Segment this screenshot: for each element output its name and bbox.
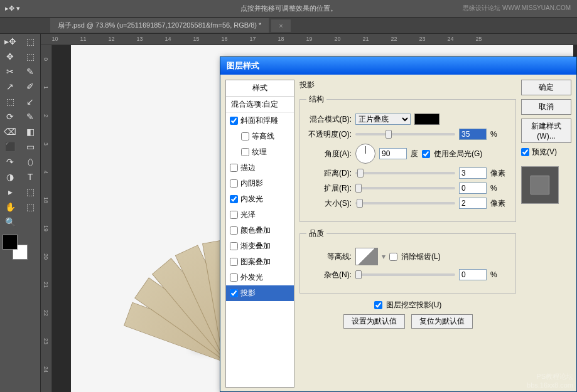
tool-8[interactable]: ⬚ (0, 94, 20, 109)
opacity-input[interactable] (459, 129, 487, 140)
preview-box (521, 166, 559, 204)
distance-slider[interactable] (355, 172, 455, 174)
angle-dial[interactable] (355, 144, 375, 164)
tool-16[interactable]: ↷ (0, 154, 20, 169)
tool-3[interactable]: ⬚ (20, 49, 40, 64)
style-item-7[interactable]: 颜色叠加 (226, 223, 294, 238)
watermark: PS教程论坛 bbs.16xx8.com (527, 372, 573, 389)
opacity-slider[interactable] (355, 133, 455, 135)
style-item-3[interactable]: 描边 (226, 160, 294, 176)
noise-label: 杂色(N): (306, 270, 352, 280)
size-unit: 像素 (490, 198, 509, 209)
tool-7[interactable]: ✐ (20, 79, 40, 94)
ok-button[interactable]: 确定 (521, 80, 571, 95)
style-header[interactable]: 样式 (226, 80, 294, 97)
style-list: 样式 混合选项:自定 斜面和浮雕等高线纹理描边内阴影内发光光泽颜色叠加渐变叠加图… (225, 80, 294, 388)
distance-input[interactable] (459, 167, 487, 179)
tool-17[interactable]: ⬯ (20, 154, 40, 169)
style-label-4: 内阴影 (240, 178, 263, 189)
ruler-vertical: 0123418192021222324 (41, 45, 52, 392)
style-label-8: 渐变叠加 (240, 241, 271, 252)
tool-13[interactable]: ◧ (20, 124, 40, 139)
drop-shadow-panel: 投影 结构 混合模式(B): 正片叠底 不透明度(O): % 角度(A): (299, 80, 516, 388)
blend-mode-select[interactable]: 正片叠底 (355, 114, 411, 125)
style-checkbox-1[interactable] (241, 132, 249, 140)
tool-19[interactable]: T (20, 169, 40, 184)
angle-label: 角度(A): (306, 149, 352, 159)
noise-input[interactable] (459, 269, 487, 280)
angle-unit: 度 (411, 149, 418, 159)
tool-5[interactable]: ✎ (20, 64, 40, 79)
style-item-4[interactable]: 内阴影 (226, 176, 294, 191)
global-light-checkbox[interactable] (422, 150, 430, 158)
move-tool-indicator[interactable]: ▸✥ ▾ (5, 4, 20, 13)
tool-2[interactable]: ✥ (0, 49, 20, 64)
spread-slider[interactable] (355, 187, 455, 189)
document-tab[interactable]: 扇子.psd @ 73.8% (u=2511691857,1207205581&… (50, 18, 269, 33)
tool-12[interactable]: ⌫ (0, 124, 20, 139)
style-item-1[interactable]: 等高线 (226, 129, 294, 144)
tool-4[interactable]: ✂ (0, 64, 20, 79)
spread-label: 扩展(R): (306, 183, 352, 194)
tool-6[interactable]: ↗ (0, 79, 20, 94)
style-checkbox-9[interactable] (230, 258, 238, 266)
style-item-2[interactable]: 纹理 (226, 144, 294, 160)
quality-legend: 品质 (306, 228, 326, 239)
panel-title: 投影 (299, 80, 516, 90)
style-checkbox-6[interactable] (230, 211, 238, 219)
tool-20[interactable]: ▸ (0, 184, 20, 199)
toolbox: ▸✥⬚✥⬚✂✎↗✐⬚↙⟳✎⌫◧⬛▭↷⬯◑T▸⬚✋⬚🔍 (0, 34, 41, 392)
tool-18[interactable]: ◑ (0, 169, 20, 184)
contour-picker[interactable] (355, 248, 378, 265)
style-item-8[interactable]: 渐变叠加 (226, 238, 294, 254)
color-swatch[interactable] (414, 114, 439, 125)
style-checkbox-4[interactable] (230, 179, 238, 188)
style-item-6[interactable]: 光泽 (226, 207, 294, 223)
spread-input[interactable] (459, 183, 487, 194)
tool-22[interactable]: ✋ (0, 199, 20, 215)
knockout-checkbox[interactable] (374, 301, 382, 309)
contour-label: 等高线: (306, 252, 352, 262)
tool-14[interactable]: ⬛ (0, 139, 20, 154)
antialias-checkbox[interactable] (389, 253, 397, 261)
style-item-0[interactable]: 斜面和浮雕 (226, 113, 294, 129)
style-checkbox-3[interactable] (230, 164, 238, 172)
tool-11[interactable]: ✎ (20, 109, 40, 124)
tool-21[interactable]: ⬚ (20, 184, 40, 199)
tool-15[interactable]: ▭ (20, 139, 40, 154)
set-default-button[interactable]: 设置为默认值 (343, 314, 405, 329)
tool-0[interactable]: ▸✥ (0, 34, 20, 49)
blend-options[interactable]: 混合选项:自定 (226, 97, 294, 113)
style-checkbox-8[interactable] (230, 242, 238, 250)
style-item-5[interactable]: 内发光 (226, 191, 294, 207)
style-checkbox-0[interactable] (230, 117, 238, 125)
angle-input[interactable] (379, 148, 407, 159)
style-item-11[interactable]: 投影 (226, 285, 294, 301)
new-style-button[interactable]: 新建样式(W)... (521, 119, 571, 143)
preview-checkbox[interactable] (521, 148, 529, 156)
tool-24[interactable]: 🔍 (0, 215, 20, 230)
tool-1[interactable]: ⬚ (20, 34, 40, 49)
style-item-9[interactable]: 图案叠加 (226, 254, 294, 270)
style-checkbox-10[interactable] (230, 273, 238, 282)
style-item-10[interactable]: 外发光 (226, 270, 294, 285)
size-input[interactable] (459, 198, 487, 209)
tool-23[interactable]: ⬚ (20, 199, 40, 215)
style-checkbox-7[interactable] (230, 226, 238, 235)
tool-25[interactable] (20, 215, 40, 230)
tool-10[interactable]: ⟳ (0, 109, 20, 124)
tool-9[interactable]: ↙ (20, 94, 40, 109)
style-checkbox-5[interactable] (230, 195, 238, 203)
global-light-label: 使用全局光(G) (434, 149, 482, 159)
noise-slider[interactable] (355, 273, 455, 276)
layer-style-dialog: 图层样式 样式 混合选项:自定 斜面和浮雕等高线纹理描边内阴影内发光光泽颜色叠加… (220, 56, 577, 392)
blend-mode-label: 混合模式(B): (306, 114, 352, 125)
style-checkbox-2[interactable] (241, 148, 249, 156)
style-checkbox-11[interactable] (230, 289, 238, 297)
hint-text: 点按并拖移可调整效果的位置。 (240, 4, 337, 13)
size-slider[interactable] (355, 202, 455, 204)
color-swatch[interactable] (3, 235, 28, 260)
reset-default-button[interactable]: 复位为默认值 (411, 314, 473, 329)
cancel-button[interactable]: 取消 (521, 99, 571, 115)
close-icon[interactable]: × (271, 19, 290, 32)
